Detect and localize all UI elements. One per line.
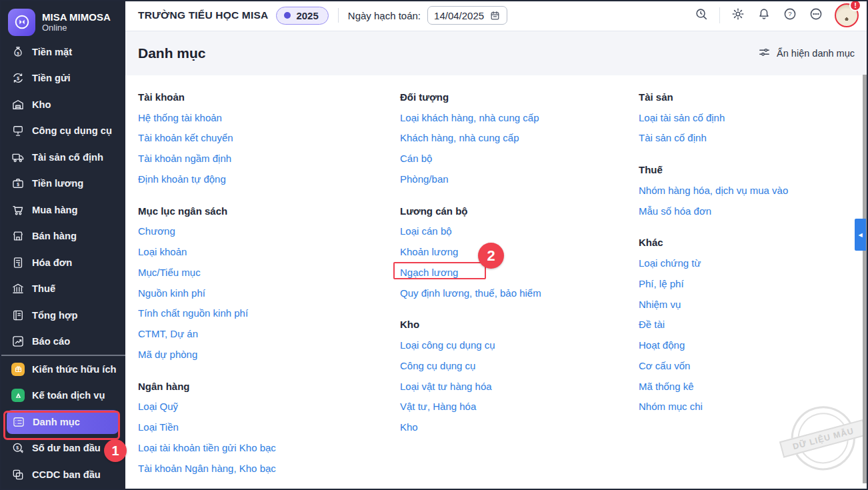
settings-button[interactable]: [728, 5, 748, 25]
category-link[interactable]: Đề tài: [639, 319, 665, 330]
more-button[interactable]: [806, 5, 826, 25]
toggle-categories-label: Ẩn hiện danh mục: [777, 48, 855, 59]
category-link[interactable]: Chương: [138, 225, 175, 237]
category-group-khac: Khác Loại chứng từ Phí, lệ phí Nhiệm vụ …: [639, 233, 868, 417]
category-link[interactable]: Kho: [400, 421, 418, 433]
category-link[interactable]: Tài khoản Ngân hàng, Kho bạc: [138, 463, 276, 474]
category-link[interactable]: Nguồn kinh phí: [138, 287, 205, 299]
category-link[interactable]: Loại vật tư hàng hóa: [400, 381, 492, 392]
category-link[interactable]: Định khoản tự động: [138, 173, 226, 185]
category-group-title: Ngân hàng: [138, 381, 190, 392]
user-avatar[interactable]: !: [835, 3, 859, 27]
category-group-ngan-hang: Ngân hàng Loại Quỹ Loại Tiền Loại tài kh…: [138, 376, 388, 479]
page-header: Danh mục Ẩn hiện danh mục: [125, 31, 868, 75]
sidebar-item-kien-thuc-huu-ich[interactable]: Kiến thức hữu ích: [0, 356, 125, 383]
avatar-alert-badge: !: [849, 0, 861, 11]
category-link[interactable]: Khoản lương: [400, 246, 458, 257]
svg-text:$: $: [17, 182, 19, 187]
catalog-column-3: Tài sản Loại tài sản cố định Tài sản cố …: [639, 87, 868, 417]
category-link[interactable]: Nhóm mục chi: [639, 401, 703, 412]
category-link[interactable]: Loại công cụ dụng cụ: [400, 339, 495, 351]
sidebar-item-mua-hang[interactable]: Mua hàng: [0, 197, 125, 223]
category-link[interactable]: Loại cán bộ: [400, 225, 452, 237]
sidebar-item-kho[interactable]: Kho: [0, 91, 125, 118]
sidebar-item-label: Thuế: [32, 283, 55, 294]
category-link[interactable]: Mã dự phòng: [138, 349, 197, 360]
sidebar-item-ccdc-ban-dau[interactable]: CCDC ban đầu: [0, 461, 125, 488]
category-link[interactable]: Loại tài sản cố định: [639, 112, 725, 123]
sidebar-item-label: CCDC ban đầu: [32, 469, 101, 480]
notifications-button[interactable]: [754, 5, 774, 25]
category-link[interactable]: Tài khoản ngầm định: [138, 153, 231, 164]
sidebar-item-bao-cao[interactable]: Báo cáo: [0, 329, 125, 355]
category-group-tai-khoan: Tài khoản Hệ thống tài khoản Tài khoản k…: [138, 87, 388, 189]
category-link[interactable]: Nhóm hàng hóa, dịch vụ mua vào: [639, 185, 788, 196]
sidebar-item-tong-hop[interactable]: Tổng hợp: [0, 302, 125, 329]
search-icon: [694, 7, 709, 24]
scrollbar-thumb[interactable]: [863, 75, 867, 483]
category-link[interactable]: Phí, lệ phí: [639, 278, 684, 289]
calendar-icon[interactable]: [489, 10, 501, 21]
app-logo[interactable]: MISA MIMOSA Online: [0, 0, 125, 39]
category-link[interactable]: Mẫu số hóa đơn: [639, 205, 711, 217]
svg-text:$: $: [17, 76, 19, 81]
category-link[interactable]: Cán bộ: [400, 153, 432, 164]
sidebar-item-danh-muc[interactable]: Danh mục: [7, 410, 119, 434]
category-link[interactable]: Cơ cấu vốn: [639, 360, 690, 371]
category-link[interactable]: Công cụ dụng cụ: [400, 360, 475, 371]
category-link[interactable]: Phòng/ban: [400, 173, 449, 185]
category-link[interactable]: Loại chứng từ: [639, 257, 701, 269]
category-group-muc-luc-ngan-sach: Mục lục ngân sách Chương Loại khoản Mục/…: [138, 201, 388, 365]
category-link-ngach-luong[interactable]: Ngạch lương: [400, 267, 458, 278]
warehouse-icon: [11, 98, 25, 111]
service-triangle-icon: [11, 389, 25, 402]
ledger-book-icon: [11, 309, 25, 322]
fixed-asset-truck-icon: [11, 151, 25, 164]
category-link[interactable]: Mục/Tiểu mục: [138, 267, 201, 278]
category-link[interactable]: Vật tư, Hàng hóa: [400, 401, 476, 412]
category-link[interactable]: Tài sản cố định: [639, 132, 707, 143]
category-group-title: Mục lục ngân sách: [138, 205, 227, 217]
sidebar-item-label: Bán hàng: [32, 231, 77, 241]
sidebar-item-tien-gui[interactable]: $ Tiền gửi: [0, 65, 125, 92]
fiscal-year-pill[interactable]: 2025: [276, 7, 328, 25]
toggle-categories-button[interactable]: Ẩn hiện danh mục: [758, 46, 855, 61]
search-history-button[interactable]: [691, 5, 711, 25]
sidebar-item-label: Kiến thức hữu ích: [32, 364, 117, 375]
sidebar-item-hoa-don[interactable]: $ Hóa đơn: [0, 249, 125, 276]
collapse-panel-tab[interactable]: ◀: [855, 219, 866, 251]
help-button[interactable]: ?: [780, 5, 800, 25]
sidebar-item-tien-mat[interactable]: $ Tiền mặt: [0, 39, 125, 65]
category-link[interactable]: Hệ thống tài khoản: [138, 112, 222, 123]
category-link[interactable]: Quy định lương, thuế, bảo hiểm: [400, 287, 541, 299]
sidebar-item-label: Kế toán dịch vụ: [32, 390, 105, 401]
category-list-icon: [12, 415, 25, 429]
sidebar-item-thue[interactable]: Thuế: [0, 276, 125, 303]
sidebar-item-tai-san-co-dinh[interactable]: Tài sản cố định: [0, 144, 125, 171]
category-group-tai-san: Tài sản Loại tài sản cố định Tài sản cố …: [639, 87, 868, 148]
category-link[interactable]: Nhiệm vụ: [639, 299, 681, 310]
category-link[interactable]: Loại tài khoản tiền gửi Kho bạc: [138, 442, 276, 453]
category-link[interactable]: Loại Quỹ: [138, 401, 178, 412]
posting-date-input[interactable]: 14/04/2025: [427, 6, 507, 25]
category-link[interactable]: Khách hàng, nhà cung cấp: [400, 132, 519, 143]
sidebar-item-tien-luong[interactable]: $ Tiền lương: [0, 171, 125, 197]
category-link[interactable]: Hoạt động: [639, 339, 685, 351]
sidebar-item-label: Báo cáo: [32, 336, 70, 347]
organization-name: TRƯỜNG TIỂU HỌC MISA: [138, 9, 268, 21]
category-group-title: Thuế: [639, 164, 663, 175]
svg-text:$: $: [18, 263, 20, 267]
sidebar-item-cong-cu-dung-cu[interactable]: Công cụ dụng cụ: [0, 118, 125, 145]
sidebar-item-label: Tiền lương: [32, 178, 83, 189]
category-link[interactable]: Loại khoản: [138, 246, 187, 257]
category-link[interactable]: Mã thống kê: [639, 381, 694, 392]
category-link[interactable]: Tài khoản kết chuyển: [138, 132, 233, 143]
category-link[interactable]: Loại khách hàng, nhà cung cấp: [400, 112, 539, 123]
category-link[interactable]: Tính chất nguồn kinh phí: [138, 307, 248, 319]
category-link[interactable]: CTMT, Dự án: [138, 328, 198, 339]
sidebar-item-ban-hang[interactable]: Bán hàng: [0, 223, 125, 250]
category-link[interactable]: Loại Tiền: [138, 421, 179, 433]
svg-text:$: $: [17, 50, 19, 55]
sidebar-item-ke-toan-dich-vu[interactable]: Kế toán dịch vụ: [0, 383, 125, 409]
sidebar-item-label: Kho: [32, 99, 51, 110]
